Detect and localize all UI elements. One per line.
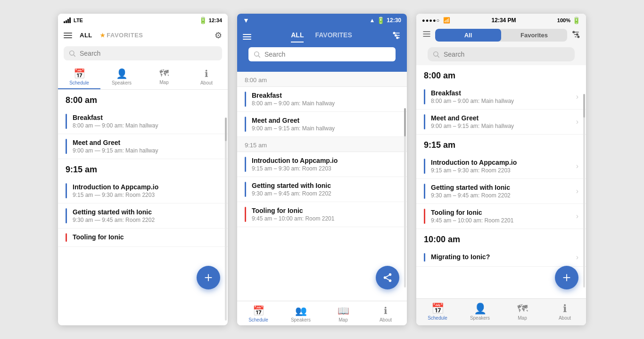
favorites-tab-2[interactable]: FAVORITES [315, 31, 352, 42]
event-meetgreet-1[interactable]: Meet and Greet 9:00 am — 9:15 am: Main h… [58, 134, 228, 159]
event-subtitle-tooling-2: 9:45 am – 10:00 am: Room 2201 [252, 215, 399, 222]
event-breakfast-3[interactable]: Breakfast 8:00 am – 9:00 am: Main hallwa… [416, 85, 586, 110]
ios-schedule-icon-3: 📅 [431, 303, 444, 315]
search-input-2[interactable] [264, 51, 391, 58]
event-border-5 [66, 233, 67, 242]
filter-icon-3[interactable] [571, 30, 580, 41]
svg-point-23 [573, 31, 574, 33]
time-label-1: 12:34 [209, 17, 222, 23]
search-input-1[interactable] [80, 50, 217, 57]
event-details-34: Getting started with Ionic 9:30 am – 9:4… [431, 184, 572, 199]
search-bar-2[interactable] [248, 47, 396, 61]
ios-nav-about-3[interactable]: ℹ About [544, 301, 586, 322]
schedule-list-3: 8:00 am Breakfast 8:00 am – 9:00 am: Mai… [416, 65, 586, 299]
time-header-800-3: 8:00 am [416, 65, 586, 85]
svg-point-8 [395, 34, 396, 36]
nav-schedule-1[interactable]: 📅 Schedule [58, 64, 100, 89]
nav-about-2[interactable]: ℹ About [364, 301, 407, 325]
event-ionic-start-1[interactable]: Getting started with Ionic 9:30 am — 9:4… [58, 203, 228, 229]
event-border-34 [424, 184, 425, 199]
event-title-migrating-3: Migrating to Ionic? [431, 253, 572, 261]
event-title-appcamp-1: Introduction to Appcamp.io [73, 183, 220, 191]
event-subtitle-ionic-start-1: 9:30 am — 9:45 am: Room 2202 [73, 217, 220, 223]
event-ionic-start-2[interactable]: Getting started with Ionic 9:30 am – 9:4… [237, 177, 407, 202]
event-title-ionic-start-1: Getting started with Ionic [73, 208, 220, 216]
event-meetgreet-2[interactable]: Meet and Greet 9:00 am – 9:15 am: Main h… [237, 112, 407, 137]
event-title-breakfast-3: Breakfast [431, 89, 572, 97]
svg-point-24 [577, 34, 578, 35]
fab-3[interactable] [555, 266, 578, 289]
wifi-signal-2: ▲ [369, 17, 375, 24]
svg-point-0 [70, 51, 74, 55]
favorites-tab-1[interactable]: ★ FAVORITES [96, 30, 147, 41]
scrollbar-thumb-1 [225, 118, 227, 141]
search-bar-3[interactable] [428, 47, 575, 61]
fab-1[interactable] [197, 266, 220, 289]
map-icon-2: 📖 [338, 305, 349, 316]
search-bar-1[interactable] [64, 46, 222, 60]
event-title-appcamp-2: Introduction to Appcamp.io [252, 157, 399, 164]
scrollbar-track-1 [225, 118, 227, 321]
event-ionic-start-3[interactable]: Getting started with Ionic 9:30 am – 9:4… [416, 179, 586, 204]
ios-nav-schedule-3[interactable]: 📅 Schedule [416, 301, 459, 322]
nav-speakers-1[interactable]: 👤 Speakers [100, 64, 143, 89]
ios-map-label-3: Map [518, 315, 527, 321]
all-favorites-tabs-1: ALL ★ FAVORITES [72, 30, 215, 41]
status-right-1: 🔋 12:34 [199, 17, 222, 24]
schedule-icon-1: 📅 [74, 68, 85, 79]
time-header-1000-3: 10:00 am [416, 229, 586, 248]
nav-about-1[interactable]: ℹ About [185, 64, 228, 89]
bottom-nav-2: 📅 Schedule 👥 Speakers 📖 Map ℹ About [237, 301, 407, 325]
ios-search-container-3 [416, 44, 586, 65]
nav-speakers-2[interactable]: 👥 Speakers [280, 301, 322, 325]
schedule-label-1: Schedule [69, 80, 89, 85]
all-tab-1[interactable]: ALL [76, 30, 96, 41]
star-icon-1: ★ [100, 32, 106, 39]
event-breakfast-2[interactable]: Breakfast 8:00 am – 9:00 am: Main hallwa… [237, 87, 407, 112]
event-appcamp-1[interactable]: Introduction to Appcamp.io 9:15 am — 9:3… [58, 178, 228, 203]
all-toggle-btn-3[interactable]: All [435, 29, 501, 42]
event-subtitle-ionic-start-2: 9:30 am – 9:45 am: Room 2202 [252, 190, 399, 197]
filter-icon-1[interactable]: ⚙ [215, 30, 222, 41]
event-breakfast-1[interactable]: Breakfast 8:00 am — 9:00 am: Main hallwa… [58, 109, 228, 134]
nav-map-2[interactable]: 📖 Map [322, 301, 364, 325]
phone-2: ▼ ▲ 🔋 12:30 ALL FAVORITES [237, 14, 407, 325]
event-migrating-3[interactable]: Migrating to Ionic? › [416, 248, 586, 267]
event-border-21 [245, 92, 246, 107]
favorites-toggle-btn-3[interactable]: Favorites [501, 29, 567, 42]
event-tooling-3[interactable]: Tooling for Ionic 9:45 am – 10:00 am: Ro… [416, 204, 586, 229]
fab-2[interactable] [376, 266, 399, 289]
event-subtitle-appcamp-1: 9:15 am — 9:30 am: Room 2203 [73, 192, 220, 198]
event-appcamp-2[interactable]: Introduction to Appcamp.io 9:15 am – 9:3… [237, 152, 407, 177]
nav-schedule-2[interactable]: 📅 Schedule [237, 301, 280, 325]
event-border-33 [424, 159, 425, 174]
svg-point-10 [255, 52, 259, 56]
event-tooling-2[interactable]: Tooling for Ionic 9:45 am – 10:00 am: Ro… [237, 202, 407, 227]
event-tooling-1[interactable]: Tooling for Ionic [58, 229, 228, 247]
about-icon-2: ℹ [384, 305, 388, 316]
ios-nav-map-3[interactable]: 🗺 Map [501, 301, 544, 322]
time-header-915-2: 9:15 am [237, 137, 407, 152]
speakers-icon-2: 👥 [295, 305, 307, 316]
nav-map-1[interactable]: 🗺 Map [143, 64, 185, 89]
hamburger-icon-2[interactable] [243, 34, 251, 40]
svg-point-25 [578, 36, 579, 37]
filter-icon-2[interactable] [392, 31, 401, 42]
event-meetgreet-3[interactable]: Meet and Greet 9:00 am – 9:15 am: Main h… [416, 110, 586, 135]
status-left-2: ▼ [243, 17, 249, 24]
all-tab-2[interactable]: ALL [291, 31, 304, 42]
ios-nav-speakers-3[interactable]: 👤 Speakers [459, 301, 501, 322]
event-subtitle-ionic-start-3: 9:30 am – 9:45 am: Room 2202 [431, 192, 572, 199]
event-details-5: Tooling for Ionic [73, 233, 220, 242]
search-input-3[interactable] [444, 51, 570, 58]
svg-point-9 [396, 37, 398, 38]
schedule-list-2: 8:00 am Breakfast 8:00 am – 9:00 am: Mai… [237, 72, 407, 289]
chevron-meetgreet-3: › [576, 114, 578, 129]
event-border-2 [66, 139, 67, 154]
event-appcamp-3[interactable]: Introduction to Appcamp.io 9:15 am – 9:3… [416, 154, 586, 179]
hamburger-icon[interactable] [64, 33, 72, 38]
scrollbar-track-3 [583, 94, 585, 288]
event-subtitle-breakfast-2: 8:00 am – 9:00 am: Main hallway [252, 100, 399, 107]
speakers-label-2: Speakers [291, 317, 311, 322]
hamburger-icon-3[interactable] [422, 29, 431, 41]
